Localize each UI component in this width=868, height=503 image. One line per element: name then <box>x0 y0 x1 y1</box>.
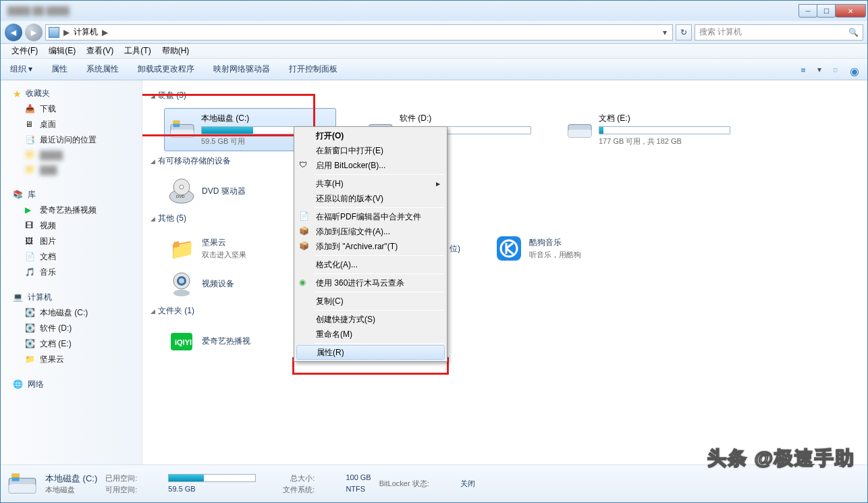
toolbar-mapnet[interactable]: 映射网络驱动器 <box>209 61 274 78</box>
sidebar-item-music[interactable]: 🎵音乐 <box>1 265 142 280</box>
collapse-icon: ◢ <box>151 215 155 222</box>
view-dropdown-icon[interactable]: ▾ <box>813 62 825 77</box>
menu-view[interactable]: 查看(V) <box>81 43 119 59</box>
sidebar-item-nutstore[interactable]: 📁坚果云 <box>1 352 142 367</box>
winrar-icon: 📦 <box>299 241 310 252</box>
sidebar-item-hidden2[interactable]: 📁███ <box>1 163 142 178</box>
ctx-open-newwindow[interactable]: 在新窗口中打开(E) <box>296 143 445 158</box>
category-folders[interactable]: ◢文件夹 (1) <box>151 305 867 317</box>
folder-icon: 📁 <box>25 354 36 365</box>
ctx-360scan[interactable]: ◉使用 360进行木马云查杀 <box>296 275 445 290</box>
ctx-bitlocker[interactable]: 🛡启用 BitLocker(B)... <box>296 158 445 173</box>
svg-point-23 <box>179 278 184 284</box>
menu-file[interactable]: 文件(F) <box>6 43 43 59</box>
ctx-separator <box>315 292 444 292</box>
drive-icon: 💽 <box>25 323 36 334</box>
ctx-shortcut[interactable]: 创建快捷方式(S) <box>296 312 445 327</box>
ctx-rename[interactable]: 重命名(M) <box>296 327 445 342</box>
ctx-add-rar[interactable]: 📦添加到 "Archive.rar"(T) <box>296 239 445 254</box>
sidebar-item-drive-e[interactable]: 💽文档 (E:) <box>1 336 142 352</box>
details-free-val: 59.5 GB <box>168 485 256 495</box>
collapse-icon: ◢ <box>151 158 155 165</box>
svg-text:DVD: DVD <box>176 194 185 198</box>
music-icon: 🎵 <box>25 267 36 278</box>
sidebar-favorites[interactable]: ★收藏夹 <box>1 86 142 101</box>
sidebar-item-iqiyi[interactable]: ▶爱奇艺热播视频 <box>1 203 142 218</box>
help-icon[interactable]: ◉ <box>846 62 858 74</box>
sidebar-computer[interactable]: 💻计算机 <box>1 290 142 305</box>
details-fs-val: NTFS <box>346 485 371 495</box>
toolbar-organize[interactable]: 组织 ▾ <box>6 61 36 78</box>
ctx-separator <box>315 273 444 274</box>
svg-rect-5 <box>836 68 837 72</box>
computer-icon <box>49 27 59 38</box>
category-harddisk[interactable]: ◢硬盘 (3) <box>151 90 867 101</box>
titlebar: ████ ██ ████ ─ ☐ ✕ <box>1 1 867 21</box>
toolbar-properties[interactable]: 属性 <box>47 61 72 78</box>
drive-e[interactable]: 文档 (E:) 177 GB 可用 , 共 182 GB <box>562 108 734 151</box>
ctx-foxit[interactable]: 📄在福昕PDF编辑器中合并文件 <box>296 209 445 224</box>
refresh-button[interactable]: ↻ <box>676 24 692 41</box>
forward-button[interactable]: ► <box>25 24 43 41</box>
sidebar-item-pictures[interactable]: 🖼图片 <box>1 234 142 249</box>
kugou-icon <box>495 235 522 262</box>
category-removable[interactable]: ◢有可移动存储的设备 <box>151 155 867 167</box>
sidebar-item-hidden1[interactable]: 📁████ <box>1 148 142 163</box>
back-button[interactable]: ◄ <box>5 24 22 41</box>
ctx-share[interactable]: 共享(H) <box>296 176 445 191</box>
ctx-format[interactable]: 格式化(A)... <box>296 257 445 272</box>
category-other[interactable]: ◢其他 (5) <box>151 213 867 224</box>
sidebar-item-desktop[interactable]: 🖥桌面 <box>1 117 142 132</box>
minimize-button[interactable]: ─ <box>798 4 817 18</box>
ctx-separator <box>315 255 444 256</box>
document-icon: 📄 <box>25 252 36 263</box>
svg-rect-1 <box>803 68 805 70</box>
winrar-icon: 📦 <box>299 226 310 237</box>
other-kugou[interactable]: 酷狗音乐听音乐，用酷狗 <box>491 231 663 266</box>
sidebar-libraries[interactable]: 📚库 <box>1 187 142 203</box>
sidebar-network[interactable]: 🌐网络 <box>1 377 142 392</box>
svg-point-20 <box>173 290 190 296</box>
iqiyi-folder-icon: iQIYI <box>168 327 195 354</box>
maximize-button[interactable]: ☐ <box>817 4 836 18</box>
breadcrumb-computer[interactable]: 计算机 <box>74 26 98 38</box>
svg-rect-13 <box>568 130 591 137</box>
details-used-bar <box>168 473 256 483</box>
ctx-add-archive[interactable]: 📦添加到压缩文件(A)... <box>296 224 445 239</box>
sidebar-item-drive-c[interactable]: 💽本地磁盘 (C:) <box>1 305 142 321</box>
sidebar-item-documents[interactable]: 📄文档 <box>1 249 142 265</box>
address-bar[interactable]: ▶ 计算机 ▶ ▾ <box>45 24 673 41</box>
menubar: 文件(F) 编辑(E) 查看(V) 工具(T) 帮助(H) <box>1 44 867 59</box>
ctx-restore[interactable]: 还原以前的版本(V) <box>296 191 445 206</box>
drive-e-sub: 177 GB 可用 , 共 182 GB <box>599 136 730 147</box>
menu-help[interactable]: 帮助(H) <box>157 43 195 59</box>
breadcrumb-arrow2[interactable]: ▶ <box>101 28 109 37</box>
menu-tools[interactable]: 工具(T) <box>119 43 156 59</box>
harddisk-icon <box>566 116 593 143</box>
search-box[interactable]: 搜索 计算机 🔍 <box>695 24 863 41</box>
collapse-icon: ◢ <box>151 308 155 315</box>
view-mode-icon[interactable] <box>797 62 809 74</box>
search-placeholder: 搜索 计算机 <box>699 26 742 38</box>
toolbar-uninstall[interactable]: 卸载或更改程序 <box>134 61 198 78</box>
collapse-icon: ◢ <box>151 92 155 99</box>
details-type: 本地磁盘 <box>45 485 97 495</box>
svg-rect-0 <box>801 68 803 70</box>
sidebar-item-downloads[interactable]: 📥下载 <box>1 101 142 117</box>
sidebar-item-drive-d[interactable]: 💽软件 (D:) <box>1 321 142 336</box>
toolbar-ctrlpanel[interactable]: 打开控制面板 <box>285 61 342 78</box>
sidebar-item-video[interactable]: 🎞视频 <box>1 218 142 234</box>
picture-icon: 🖼 <box>25 236 36 247</box>
close-button[interactable]: ✕ <box>835 4 866 18</box>
ctx-open[interactable]: 打开(O) <box>296 128 445 143</box>
details-fs-label: 文件系统: <box>283 485 319 495</box>
menu-edit[interactable]: 编辑(E) <box>43 43 81 59</box>
details-free-label: 可用空间: <box>105 485 141 495</box>
toolbar-sysprops[interactable]: 系统属性 <box>82 61 123 78</box>
address-dropdown-icon[interactable]: ▾ <box>660 28 670 37</box>
ctx-properties[interactable]: 属性(R) <box>296 345 445 360</box>
details-total-val: 100 GB <box>346 473 371 483</box>
ctx-copy[interactable]: 复制(C) <box>296 294 445 309</box>
sidebar-item-recent[interactable]: 📑最近访问的位置 <box>1 132 142 148</box>
preview-pane-icon[interactable] <box>830 62 842 74</box>
